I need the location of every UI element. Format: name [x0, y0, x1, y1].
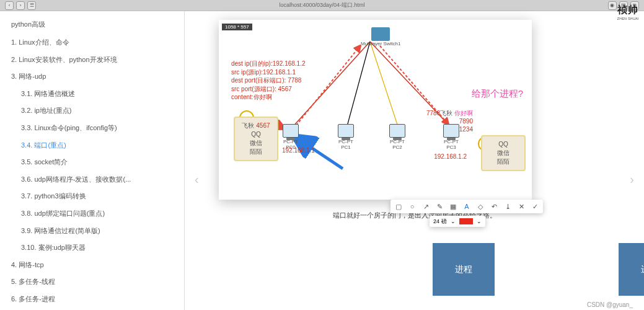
- annotation-toolbar: ▢ ○ ↗ ✎ ▦ A ◇ ↶ ⤓ ✕ ✓: [390, 200, 543, 213]
- sidebar-item[interactable]: 3.6. udp网络程序-发送、接收数据(...: [0, 171, 184, 188]
- sidebar-item[interactable]: 3.4. 端口(重点): [0, 137, 184, 154]
- sidebar: python高级 1. Linux介绍、命令2. Linux安装软件、pytho…: [0, 11, 185, 310]
- annotation-subtoolbar: 24 磅 ⌄ ⌄: [430, 216, 485, 227]
- pc2-device: PC-PT PC2: [389, 124, 405, 150]
- sidebar-title: python高级: [0, 17, 184, 34]
- network-lines: [219, 20, 532, 200]
- sidebar-item[interactable]: 3. 网络-udp: [0, 68, 184, 86]
- close-icon[interactable]: ✕: [517, 202, 526, 211]
- sidebar-item[interactable]: 3.9. 网络通信过程(简单版): [0, 223, 184, 240]
- mosaic-tool-icon[interactable]: ▦: [449, 202, 457, 211]
- undo-icon[interactable]: ↶: [490, 202, 498, 211]
- sidebar-item[interactable]: 3.1. 网络通信概述: [0, 86, 184, 103]
- footer-watermark: CSDN @gyuan_: [587, 301, 633, 308]
- rect-tool-icon[interactable]: ▢: [394, 202, 403, 211]
- confirm-icon[interactable]: ✓: [531, 202, 539, 211]
- back-button[interactable]: ‹: [5, 1, 14, 10]
- ip-right-label: 192.168.1.2: [434, 153, 467, 161]
- question-text: 给那个进程?: [472, 88, 523, 100]
- svg-line-2: [370, 42, 399, 128]
- app-box-left: 飞秋 4567 QQ 微信 陌陌: [234, 117, 278, 161]
- right-ports: 7788飞秋 你好啊 7890 1234: [426, 109, 473, 133]
- sidebar-item[interactable]: 6. 多任务-进程: [0, 291, 184, 308]
- sidebar-item[interactable]: 3.2. ip地址(重点): [0, 102, 184, 120]
- arrow-tool-icon[interactable]: ↗: [421, 202, 430, 211]
- sidebar-item[interactable]: 3.5. socket简介: [0, 154, 184, 171]
- switch-label: Multilayer Switch1: [361, 41, 400, 46]
- download-icon[interactable]: ⤓: [503, 202, 512, 211]
- prev-button[interactable]: ‹: [195, 172, 199, 187]
- sidebar-item[interactable]: 1. Linux介绍、命令: [0, 34, 184, 51]
- app-box-right: QQ 微信 陌陌: [481, 135, 526, 171]
- sidebar-item[interactable]: 2. Linux安装软件、python开发环境: [0, 51, 184, 69]
- eraser-tool-icon[interactable]: ◇: [476, 202, 485, 211]
- color-swatch[interactable]: [459, 218, 473, 224]
- screenshot-overlay: Multilayer Switch1 PC-PT PC0 PC-PT PC1 P…: [219, 20, 532, 200]
- pc1-device: PC-PT PC1: [338, 124, 354, 150]
- packet-info: dest ip(目的ip):192.168.1.2 src ip(源ip):19…: [231, 60, 306, 102]
- ip-left-label: 192.168.1.1: [282, 146, 315, 154]
- url-bar[interactable]: localhost:4000/03day/04-端口.html: [279, 1, 364, 9]
- svg-line-1: [346, 42, 370, 128]
- chevron-down-icon[interactable]: ⌄: [451, 218, 456, 224]
- sidebar-item[interactable]: 3.7. python3编码转换: [0, 188, 184, 205]
- sidebar-item[interactable]: 3.3. Linux命令(ping、ifconfig等): [0, 120, 184, 137]
- watermark: 祯帅 ZHEN·SHUAI: [617, 4, 639, 20]
- switch-device: Multilayer Switch1: [361, 27, 400, 46]
- sidebar-item[interactable]: 3.10. 案例:udp聊天器: [0, 239, 184, 257]
- forward-button[interactable]: ›: [16, 1, 25, 10]
- svg-line-4: [296, 46, 360, 125]
- sidebar-item[interactable]: 7. 多任务-协程: [0, 308, 184, 311]
- screenshot-dimension: 1058 * 557: [222, 24, 252, 30]
- process-box: 进程: [619, 243, 644, 296]
- sidebar-button[interactable]: ☰: [27, 1, 36, 10]
- pen-tool-icon[interactable]: ✎: [435, 202, 444, 211]
- browser-toolbar: ‹ › ☰ localhost:4000/03day/04-端口.html ◉ …: [0, 0, 644, 11]
- text-tool-icon[interactable]: A: [462, 202, 471, 211]
- size-select[interactable]: 24 磅: [433, 218, 447, 226]
- reader-button[interactable]: ◉: [608, 1, 617, 10]
- sidebar-item[interactable]: 4. 网络-tcp: [0, 257, 184, 274]
- sidebar-item[interactable]: 3.8. udp绑定端口问题(重点): [0, 205, 184, 223]
- circle-tool-icon[interactable]: ○: [408, 202, 417, 211]
- process-box: 进程: [433, 243, 495, 296]
- sidebar-item[interactable]: 5. 多任务-线程: [0, 273, 184, 291]
- next-button[interactable]: ›: [630, 172, 634, 187]
- chevron-down-icon[interactable]: ⌄: [477, 218, 482, 224]
